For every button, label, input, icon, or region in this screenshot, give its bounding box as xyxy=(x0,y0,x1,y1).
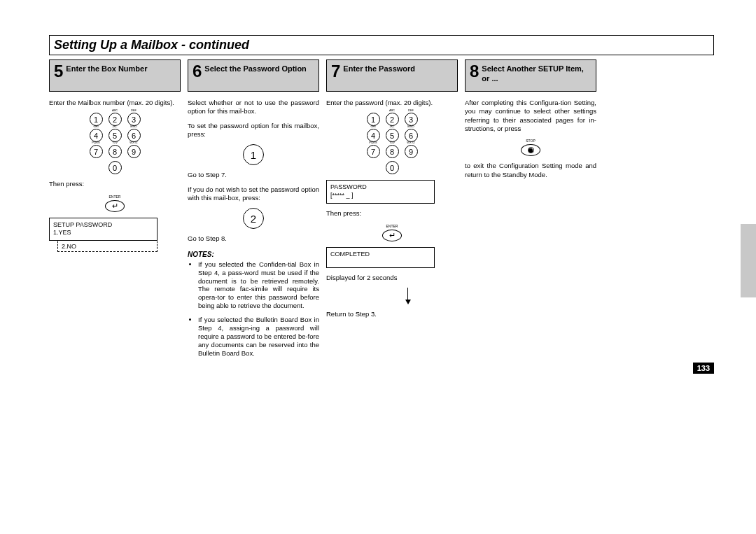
display-password: PASSWORD [***** _ ] xyxy=(326,180,435,204)
step-8-header: 8 Select Another SETUP Item, or ... xyxy=(465,59,596,92)
step-5-intro: Enter the Mailbox number (max. 20 digits… xyxy=(49,99,181,107)
key-option-1: 1 xyxy=(243,144,264,165)
step-6-header: 6 Select the Password Option xyxy=(188,59,319,92)
step-6-p2: To set the password option for this mail… xyxy=(188,122,319,139)
svg-marker-0 xyxy=(528,148,533,153)
columns: 5 Enter the Box Number Enter the Mailbox… xyxy=(49,59,714,363)
stop-label: STOP xyxy=(513,139,548,143)
enter-icon: ↵ xyxy=(105,200,125,212)
enter-button: ENTER ↵ xyxy=(97,195,132,212)
display-overflow: 2.NO xyxy=(57,241,158,252)
page-number: 133 xyxy=(693,363,714,374)
step-8-num: 8 xyxy=(470,63,479,80)
keypad-7: 1 ABC2 DEF3 GHI4 JKL5 MNO6 PQRS7 TUV8 WX… xyxy=(363,113,421,174)
notes-heading: NOTES: xyxy=(188,251,319,258)
step-8-p1: After completing this Configura-tion Set… xyxy=(465,99,596,133)
key-option-2: 2 xyxy=(243,208,264,229)
keypad: 1 ABC2 DEF3 GHI4 JKL5 MNO6 PQRS7 TUV8 WX… xyxy=(85,113,144,174)
step-6: 6 Select the Password Option Select whet… xyxy=(188,59,319,363)
key-8: TUV8 xyxy=(386,145,399,158)
key-0: 0 xyxy=(386,161,399,174)
stop-icon xyxy=(521,144,540,156)
step-7-header: 7 Enter the Password xyxy=(326,59,458,92)
return-step: Return to Step 3. xyxy=(326,310,458,318)
step-8: 8 Select Another SETUP Item, or ... Afte… xyxy=(465,59,596,363)
key-7: PQRS7 xyxy=(367,145,380,158)
page-title-box: Setting Up a Mailbox - continued xyxy=(49,35,714,55)
enter-label: ENTER xyxy=(374,224,410,228)
step-6-goto7: Go to Step 7. xyxy=(188,171,319,179)
arrow-down-icon xyxy=(358,288,458,304)
notes-list: If you selected the Confiden-tial Box in… xyxy=(188,260,319,358)
step-8-title: Select Another SETUP Item, or ... xyxy=(482,63,592,84)
key-9: WXYZ9 xyxy=(405,145,418,158)
step-8-p2: to exit the Configuration Setting mode a… xyxy=(465,162,596,179)
note-2: If you selected the Bulletin Board Box i… xyxy=(198,316,319,357)
step-5: 5 Enter the Box Number Enter the Mailbox… xyxy=(49,59,181,363)
key-7: PQRS7 xyxy=(90,145,103,158)
step-5-title: Enter the Box Number xyxy=(66,63,147,74)
display-completed: COMPLETED xyxy=(326,247,435,268)
step-7-then: Then press: xyxy=(326,209,458,218)
step-7-num: 7 xyxy=(331,63,340,80)
step-6-goto8: Go to Step 8. xyxy=(188,234,319,243)
display-password-setup: SETUP PASSWORD 1.YES xyxy=(49,218,158,241)
stop-button: STOP xyxy=(513,139,548,156)
enter-icon: ↵ xyxy=(382,230,402,241)
step-6-title: Select the Password Option xyxy=(204,63,306,74)
step-6-p1: Select whether or not to use the passwor… xyxy=(188,99,319,116)
enter-label: ENTER xyxy=(97,195,132,199)
note-1: If you selected the Confiden-tial Box in… xyxy=(198,260,319,310)
page: Setting Up a Mailbox - continued 5 Enter… xyxy=(0,0,756,384)
step-6-num: 6 xyxy=(192,63,202,80)
key-8: TUV8 xyxy=(108,145,122,158)
step-7-title: Enter the Password xyxy=(343,63,415,74)
displayed-for: Displayed for 2 seconds xyxy=(326,274,458,282)
step-7: 7 Enter the Password Enter the password … xyxy=(326,59,458,363)
step-5-then: Then press: xyxy=(49,180,181,188)
step-5-header: 5 Enter the Box Number xyxy=(49,59,181,92)
step-6-p3: If you do not wish to set the password o… xyxy=(188,185,319,203)
key-9: WXYZ9 xyxy=(127,145,141,158)
step-5-num: 5 xyxy=(54,63,63,80)
page-title: Setting Up a Mailbox - continued xyxy=(54,38,249,52)
key-0: 0 xyxy=(108,161,122,174)
enter-button-7: ENTER ↵ xyxy=(374,224,410,241)
step-7-intro: Enter the password (max. 20 digits). xyxy=(326,99,458,107)
